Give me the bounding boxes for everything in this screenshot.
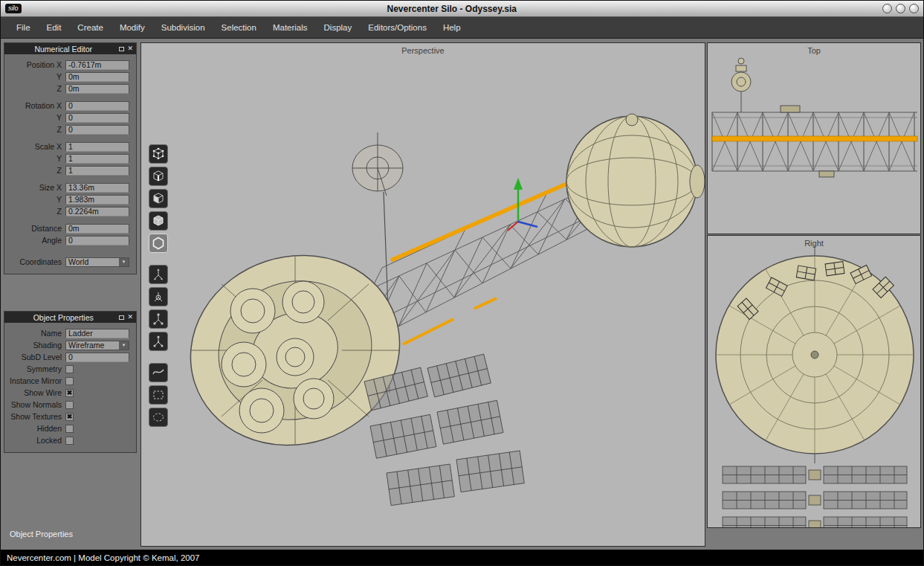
edge-mode-icon: [152, 170, 165, 183]
checkbox-row: Show Textures✖: [4, 411, 136, 422]
perspective-model-wireframe: [141, 43, 705, 546]
instance-mirror-checkbox[interactable]: [65, 377, 74, 385]
field-row: Angle: [4, 234, 136, 246]
window-title: Nevercenter Silo - Odyssey.sia: [22, 4, 882, 14]
close-panel-icon[interactable]: ✕: [127, 314, 133, 321]
position-x-input[interactable]: [65, 60, 129, 70]
angle-input[interactable]: [65, 236, 129, 245]
shading-row: Shading Wireframe ▼: [4, 339, 136, 351]
top-view-wireframe: [708, 43, 920, 234]
checkbox-row: Locked: [4, 434, 136, 446]
size-x-input[interactable]: [65, 183, 129, 193]
subd-row: SubD Level: [4, 351, 136, 363]
hexagon-mode-icon: [152, 237, 165, 250]
move-tool-button[interactable]: [149, 265, 168, 284]
field-row: Y: [4, 112, 136, 123]
coordinates-row: Coordinates World ▼: [4, 256, 136, 268]
checkbox-row: Symmetry: [4, 363, 136, 375]
field-row: Z: [4, 83, 136, 94]
checkbox-row: Show Normals: [4, 399, 136, 411]
vertex-mode-button[interactable]: [149, 144, 168, 164]
viewport-toolbar: [149, 144, 168, 430]
menu-create[interactable]: Create: [69, 23, 112, 32]
hidden-checkbox[interactable]: [65, 425, 74, 433]
field-row: Y: [4, 71, 136, 83]
minimize-button[interactable]: [882, 4, 892, 13]
scale-x-input[interactable]: [65, 142, 129, 152]
menu-subdivision[interactable]: Subdivision: [153, 23, 213, 32]
field-row: Rotation X: [4, 100, 136, 112]
ellipse-select-button[interactable]: [149, 408, 168, 427]
rotation-y-input[interactable]: [65, 113, 129, 123]
rect-select-button[interactable]: [149, 385, 168, 405]
rotation-x-input[interactable]: [65, 101, 129, 111]
app-window: silo Nevercenter Silo - Odyssey.sia File…: [0, 0, 924, 566]
scale-z-input[interactable]: [65, 166, 129, 176]
edge-mode-button[interactable]: [149, 167, 168, 186]
ellipse-select-icon: [152, 411, 165, 424]
menu-display[interactable]: Display: [316, 23, 361, 32]
show-wire-checkbox[interactable]: ✖: [65, 389, 74, 397]
menu-materials[interactable]: Materials: [265, 23, 316, 32]
menu-editors-options[interactable]: Editors/Options: [360, 23, 435, 32]
right-viewport[interactable]: Right: [707, 235, 921, 528]
size-y-input[interactable]: [65, 195, 129, 205]
locked-checkbox[interactable]: [65, 437, 74, 445]
chevron-down-icon: ▼: [119, 341, 129, 350]
multi-mode-button[interactable]: [149, 234, 168, 253]
menu-help[interactable]: Help: [435, 23, 469, 32]
universal-manipulator-button[interactable]: [149, 332, 168, 351]
maximize-button[interactable]: [896, 4, 905, 13]
scale-tool-button[interactable]: [149, 309, 168, 329]
show-textures-checkbox[interactable]: ✖: [65, 413, 74, 421]
checkbox-row: Instance Mirror: [4, 375, 136, 387]
field-row: Z: [4, 205, 136, 217]
field-row: Position X: [4, 59, 136, 71]
coordinates-dropdown[interactable]: World ▼: [65, 257, 129, 267]
rect-select-icon: [152, 388, 165, 402]
field-row: Z: [4, 164, 136, 176]
position-y-input[interactable]: [65, 72, 129, 82]
statusbar-text: Nevercenter.com | Model Copyright © Kema…: [7, 553, 199, 562]
viewport-label: Perspective: [141, 46, 705, 55]
panel-status-text: Object Properties: [10, 530, 73, 538]
menu-edit[interactable]: Edit: [39, 23, 70, 32]
float-panel-icon[interactable]: [119, 315, 124, 320]
scale-y-input[interactable]: [65, 154, 129, 164]
size-z-input[interactable]: [65, 207, 129, 216]
show-normals-checkbox[interactable]: [65, 401, 74, 409]
title-bar[interactable]: silo Nevercenter Silo - Odyssey.sia: [1, 1, 923, 17]
float-panel-icon[interactable]: [119, 47, 124, 51]
name-row: Name: [4, 327, 136, 339]
menu-file[interactable]: File: [8, 23, 39, 32]
close-panel-icon[interactable]: ✕: [127, 45, 133, 52]
viewport-label: Top: [708, 46, 920, 55]
rotate-tool-button[interactable]: [149, 287, 168, 306]
position-z-input[interactable]: [65, 84, 129, 94]
move-tool-icon: [152, 268, 165, 281]
soft-selection-button[interactable]: [149, 363, 168, 382]
symmetry-checkbox[interactable]: [65, 365, 74, 373]
rotate-tool-icon: [152, 290, 165, 303]
object-properties-header[interactable]: Object Properties ✕: [4, 312, 136, 323]
top-viewport[interactable]: Top: [707, 42, 921, 234]
app-logo-icon: silo: [5, 4, 22, 13]
close-button[interactable]: [909, 4, 919, 13]
face-mode-button[interactable]: [149, 189, 168, 208]
menu-modify[interactable]: Modify: [112, 23, 153, 32]
perspective-viewport[interactable]: Perspective: [140, 42, 705, 547]
menu-selection[interactable]: Selection: [213, 23, 265, 32]
numerical-editor-panel: Numerical Editor ✕ Position X Y Z Rotati…: [4, 42, 137, 274]
chevron-down-icon: ▼: [119, 258, 129, 266]
shading-dropdown[interactable]: Wireframe ▼: [65, 341, 129, 350]
object-name-input[interactable]: [65, 329, 129, 338]
subd-level-input[interactable]: [65, 353, 129, 362]
object-mode-button[interactable]: [149, 211, 168, 231]
field-row: Distance: [4, 222, 136, 234]
rotation-z-input[interactable]: [65, 125, 129, 135]
field-row: Size X: [4, 181, 136, 193]
distance-input[interactable]: [65, 224, 129, 234]
field-row: Y: [4, 152, 136, 164]
numerical-editor-header[interactable]: Numerical Editor ✕: [4, 43, 136, 54]
checkbox-row: Show Wire✖: [4, 387, 136, 399]
